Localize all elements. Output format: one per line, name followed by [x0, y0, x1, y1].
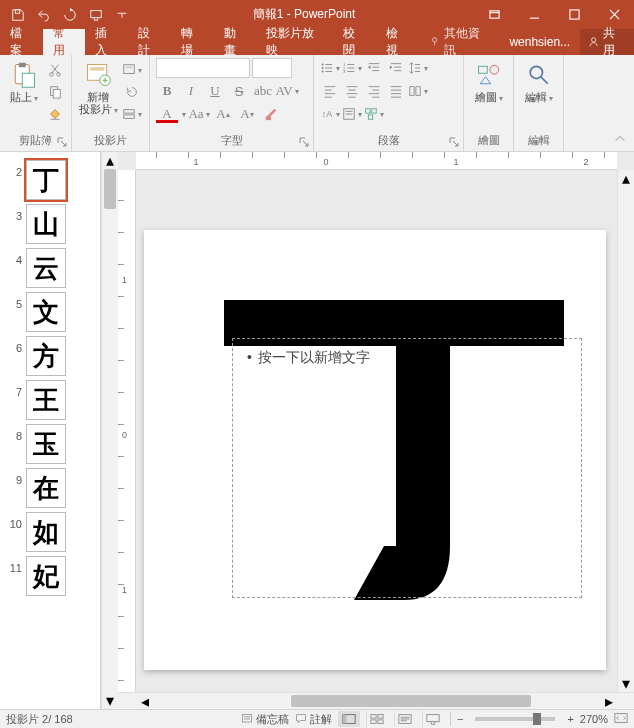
justify-button[interactable] — [386, 81, 406, 101]
thumbnail-row[interactable]: 2丁 — [0, 158, 100, 202]
thumbnail[interactable]: 方 — [26, 336, 66, 376]
bold-button[interactable]: B — [156, 81, 178, 101]
zoom-in-button[interactable]: + — [567, 713, 573, 725]
slide-sorter-view-button[interactable] — [366, 711, 388, 727]
thumbnail[interactable]: 妃 — [26, 556, 66, 596]
clipboard-launcher[interactable] — [55, 135, 69, 149]
tab-design[interactable]: 設計 — [128, 29, 171, 55]
increase-indent-button[interactable] — [386, 58, 406, 78]
thumbnail-row[interactable]: 3山 — [0, 202, 100, 246]
zoom-slider[interactable] — [475, 717, 555, 721]
thumbnail[interactable]: 文 — [26, 292, 66, 332]
qat-customize-button[interactable] — [110, 3, 134, 27]
slide-thumbnail-pane[interactable]: 2丁3山4云5文6方7王8玉9在10如11妃 — [0, 152, 101, 709]
hscroll-right-button[interactable]: ▸ — [600, 693, 617, 709]
cut-button[interactable] — [45, 60, 65, 80]
collapse-ribbon-button[interactable] — [610, 129, 630, 149]
smartart-button[interactable]: ▾ — [364, 104, 384, 124]
numbering-button[interactable]: 123▾ — [342, 58, 362, 78]
tab-review[interactable]: 校閱 — [333, 29, 376, 55]
copy-button[interactable] — [45, 82, 65, 102]
thumbnail-row[interactable]: 6方 — [0, 334, 100, 378]
hscroll-thumb[interactable] — [291, 695, 531, 707]
minimize-button[interactable] — [514, 0, 554, 29]
thumbnail-row[interactable]: 4云 — [0, 246, 100, 290]
hscroll-track[interactable] — [171, 693, 583, 709]
clear-formatting-button[interactable] — [260, 104, 282, 124]
align-text-button[interactable]: ▾ — [342, 104, 362, 124]
slide-counter[interactable]: 投影片 2/ 168 — [6, 712, 73, 727]
signed-in-user[interactable]: wenhsien... — [499, 29, 580, 55]
tab-transitions[interactable]: 轉場 — [171, 29, 214, 55]
shrink-font-button[interactable]: A▾ — [236, 104, 258, 124]
reset-button[interactable] — [122, 82, 142, 102]
grow-font-button[interactable]: A▴ — [212, 104, 234, 124]
zoom-slider-knob[interactable] — [533, 713, 541, 725]
thumbnail-row[interactable]: 7王 — [0, 378, 100, 422]
tab-home[interactable]: 常用 — [43, 29, 86, 55]
reading-view-button[interactable] — [394, 711, 416, 727]
drawing-button[interactable]: 繪圖▾ — [470, 58, 507, 104]
italic-button[interactable]: I — [180, 81, 202, 101]
tab-insert[interactable]: 插入 — [85, 29, 128, 55]
thumbnail-row[interactable]: 8玉 — [0, 422, 100, 466]
start-from-beginning-button[interactable] — [84, 3, 108, 27]
columns-button[interactable]: ▾ — [408, 81, 428, 101]
thumbnail-row[interactable]: 9在 — [0, 466, 100, 510]
redo-button[interactable] — [58, 3, 82, 27]
slideshow-view-button[interactable] — [422, 711, 444, 727]
paste-button[interactable]: 貼上▾ — [6, 58, 41, 104]
vscroll-up-button[interactable]: ▴ — [618, 170, 634, 187]
share-button[interactable]: 共用 — [580, 29, 634, 55]
thumbnail-scrollbar[interactable]: ▴ ▾ — [101, 152, 118, 709]
scroll-thumb[interactable] — [104, 169, 116, 209]
vertical-scrollbar[interactable]: ▴ ▾ — [617, 170, 634, 692]
section-button[interactable]: ▾ — [122, 104, 142, 124]
font-size-combo[interactable] — [252, 58, 292, 78]
align-left-button[interactable] — [320, 81, 340, 101]
zoom-level[interactable]: 270% — [580, 713, 608, 725]
text-direction-button[interactable]: ↕A▾ — [320, 104, 340, 124]
tab-view[interactable]: 檢視 — [376, 29, 419, 55]
thumbnail-row[interactable]: 10如 — [0, 510, 100, 554]
zoom-out-button[interactable]: − — [457, 713, 463, 725]
scroll-down-button[interactable]: ▾ — [102, 692, 118, 709]
underline-button[interactable]: U — [204, 81, 226, 101]
hscroll-left-button[interactable]: ◂ — [136, 693, 153, 709]
tab-animations[interactable]: 動畫 — [214, 29, 257, 55]
align-right-button[interactable] — [364, 81, 384, 101]
fit-to-window-button[interactable] — [614, 712, 628, 726]
content-placeholder[interactable]: •按一下以新增文字 — [232, 338, 582, 598]
undo-button[interactable] — [32, 3, 56, 27]
thumbnail[interactable]: 云 — [26, 248, 66, 288]
thumbnail[interactable]: 山 — [26, 204, 66, 244]
font-launcher[interactable] — [297, 135, 311, 149]
thumbnail[interactable]: 玉 — [26, 424, 66, 464]
thumbnail[interactable]: 如 — [26, 512, 66, 552]
tab-file[interactable]: 檔案 — [0, 29, 43, 55]
thumbnail-row[interactable]: 5文 — [0, 290, 100, 334]
line-spacing-button[interactable]: ▾ — [408, 58, 428, 78]
paragraph-launcher[interactable] — [447, 135, 461, 149]
slide-canvas[interactable]: •按一下以新增文字 — [136, 170, 617, 692]
char-spacing-button[interactable]: AV▾ — [276, 81, 298, 101]
layout-button[interactable]: ▾ — [122, 60, 142, 80]
editing-button[interactable]: 編輯▾ — [520, 58, 557, 104]
vertical-ruler[interactable]: 101 — [118, 170, 136, 692]
thumbnail-row[interactable]: 11妃 — [0, 554, 100, 598]
maximize-button[interactable] — [554, 0, 594, 29]
comments-button[interactable]: 註解 — [295, 712, 332, 727]
format-painter-button[interactable] — [45, 104, 65, 124]
save-button[interactable] — [6, 3, 30, 27]
normal-view-button[interactable] — [338, 711, 360, 727]
tell-me-input[interactable]: 其他資訊 — [419, 29, 500, 55]
horizontal-ruler[interactable]: 1012 — [136, 152, 617, 170]
change-case-button[interactable]: Aa▾ — [188, 104, 210, 124]
current-slide[interactable]: •按一下以新增文字 — [144, 230, 606, 670]
thumbnail[interactable]: 丁 — [26, 160, 66, 200]
shadow-button[interactable]: abc — [252, 81, 274, 101]
notes-button[interactable]: 備忘稿 — [241, 712, 289, 727]
decrease-indent-button[interactable] — [364, 58, 384, 78]
thumbnail[interactable]: 王 — [26, 380, 66, 420]
strikethrough-button[interactable]: S — [228, 81, 250, 101]
